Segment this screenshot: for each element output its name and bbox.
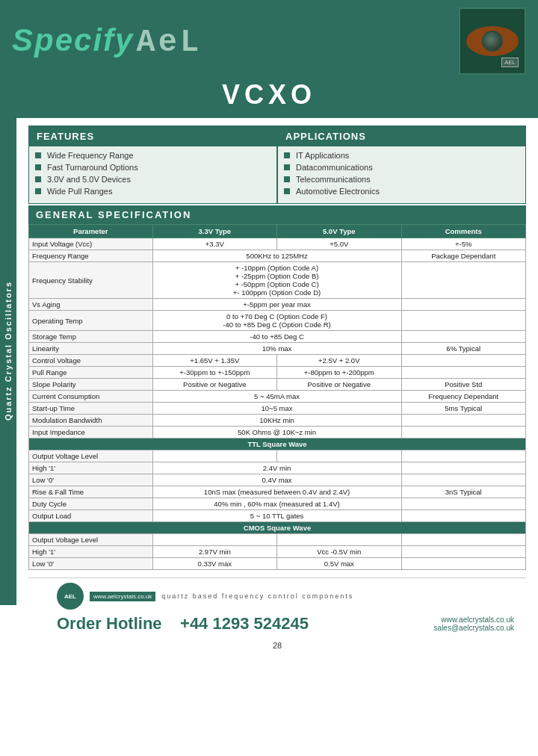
features-column: FEATURES Wide Frequency Range Fast Turna… xyxy=(29,126,276,203)
footer-logo: AEL xyxy=(57,583,84,610)
table-row: Linearity 10% max 6% Typical xyxy=(29,343,526,355)
title-bar: VCXO xyxy=(0,78,538,118)
param-cell: Rise & Fall Time xyxy=(29,486,153,498)
page-title: VCXO xyxy=(0,79,538,111)
param-cell: Slope Polarity xyxy=(29,379,153,391)
table-row: Output Load 5 ~ 10 TTL gates xyxy=(29,510,526,522)
val-merged: 50K Ohms @ 10K~z min xyxy=(152,427,401,439)
param-cell: Current Consumption xyxy=(29,391,153,403)
col-parameter: Parameter xyxy=(29,225,153,238)
ael-text: AeL xyxy=(136,25,202,61)
param-cell: Output Load xyxy=(29,510,153,522)
eye-logo: AEL xyxy=(459,7,526,75)
bullet-icon xyxy=(284,176,290,182)
bullet-icon xyxy=(35,164,41,170)
val-comment xyxy=(401,450,526,462)
param-cell: High '1' xyxy=(29,546,153,558)
bullet-icon xyxy=(35,152,41,158)
bullet-icon xyxy=(35,176,41,182)
list-item: Wide Pull Ranges xyxy=(35,187,270,196)
footer-logo-text: AEL xyxy=(64,593,76,600)
val-comment: 3nS Typical xyxy=(401,486,526,498)
param-cell: High '1' xyxy=(29,462,153,474)
param-cell: Start-up Time xyxy=(29,403,153,415)
val-33v xyxy=(152,450,276,462)
website-badge: www.aelcrystals.co.uk xyxy=(90,592,155,601)
val-comment: Package Dependant xyxy=(401,250,526,262)
footer-badge-area: www.aelcrystals.co.uk xyxy=(90,592,155,601)
ttl-section-row: TTL Square Wave xyxy=(29,439,526,450)
val-33v: 0.33V max xyxy=(152,558,276,570)
eye-pupil xyxy=(482,31,503,52)
bullet-icon xyxy=(284,152,290,158)
header: Specify AeL AEL xyxy=(0,0,538,78)
order-hotline-section: Order Hotline +44 1293 524245 xyxy=(57,614,309,633)
table-row: Control Voltage +1.65V + 1.35V +2.5V + 2… xyxy=(29,355,526,367)
applications-list: IT Applications Datacommunications Telec… xyxy=(278,146,525,203)
val-merged: 5 ~ 10 TTL gates xyxy=(152,510,401,522)
feature-text: Wide Frequency Range xyxy=(47,151,134,160)
list-item: Datacommunications xyxy=(284,163,519,172)
param-cell: Low '0' xyxy=(29,558,153,570)
table-row: Slope Polarity Positive or Negative Posi… xyxy=(29,379,526,391)
val-33v: Positive or Negative xyxy=(152,379,276,391)
table-row: Frequency Range 500KHz to 125MHz Package… xyxy=(29,250,526,262)
section-label: TTL Square Wave xyxy=(29,439,526,450)
app-text: Telecommunications xyxy=(296,175,371,184)
val-merged: 2.4V min xyxy=(152,462,401,474)
val-comment xyxy=(401,462,526,474)
val-comment xyxy=(401,262,526,299)
list-item: Telecommunications xyxy=(284,175,519,184)
val-merged: 500KHz to 125MHz xyxy=(152,250,401,262)
list-item: Wide Frequency Range xyxy=(35,151,270,160)
val-33v: +3.3V xyxy=(152,238,276,250)
val-comment xyxy=(401,427,526,439)
app-text: Automotive Electronics xyxy=(296,187,380,196)
main-content: FEATURES Wide Frequency Range Fast Turna… xyxy=(16,118,538,660)
param-cell: Output Voltage Level xyxy=(29,534,153,546)
val-comment xyxy=(401,415,526,427)
applications-column: APPLICATIONS IT Applications Datacommuni… xyxy=(278,126,525,203)
val-comment xyxy=(401,546,526,558)
val-comment xyxy=(401,558,526,570)
table-row: Output Voltage Level xyxy=(29,450,526,462)
param-cell: Input Voltage (Vcc) xyxy=(29,238,153,250)
val-comment: Frequency Dependant xyxy=(401,391,526,403)
table-row: Rise & Fall Time 10nS max (measured betw… xyxy=(29,486,526,498)
val-comment: +-5% xyxy=(401,238,526,250)
footer-right: www.aelcrystals.co.uk sales@aelcrystals.… xyxy=(434,616,514,632)
bullet-icon xyxy=(35,188,41,194)
val-50v: 0.5V max xyxy=(277,558,401,570)
app-text: Datacommunications xyxy=(296,163,373,172)
val-comment xyxy=(401,474,526,486)
val-comment xyxy=(401,510,526,522)
applications-header: APPLICATIONS xyxy=(278,126,525,146)
val-merged: +-5ppm per year max xyxy=(152,299,401,311)
param-cell: Vs Aging xyxy=(29,299,153,311)
list-item: Automotive Electronics xyxy=(284,187,519,196)
table-row: Duty Cycle 40% min , 60% max (measured a… xyxy=(29,498,526,510)
cmos-section-row: CMOS Square Wave xyxy=(29,522,526,534)
val-comment xyxy=(401,299,526,311)
val-50v: Positive or Negative xyxy=(277,379,401,391)
param-cell: Frequency Stability xyxy=(29,262,153,299)
val-merged: 40% min , 60% max (measured at 1.4V) xyxy=(152,498,401,510)
val-comment xyxy=(401,355,526,367)
list-item: 3.0V and 5.0V Devices xyxy=(35,175,270,184)
specify-text: Specify xyxy=(12,22,134,58)
val-merged: + -10ppm (Option Code A) + -25ppm (Optio… xyxy=(152,262,401,299)
email-link: sales@aelcrystals.co.uk xyxy=(434,624,514,632)
list-item: IT Applications xyxy=(284,151,519,160)
table-row: Vs Aging +-5ppm per year max xyxy=(29,299,526,311)
ael-badge: AEL xyxy=(501,58,519,67)
val-merged: 10% max xyxy=(152,343,401,355)
table-row: Input Impedance 50K Ohms @ 10K~z min xyxy=(29,427,526,439)
table-row: Modulation Bandwidth 10KHz min xyxy=(29,415,526,427)
app-text: IT Applications xyxy=(296,151,349,160)
list-item: Fast Turnaround Options xyxy=(35,163,270,172)
spec-header: GENERAL SPECIFICATION xyxy=(28,205,526,224)
footer: AEL www.aelcrystals.co.uk quartz based f… xyxy=(28,577,526,638)
val-33v: +1.65V + 1.35V xyxy=(152,355,276,367)
side-label-text: Quartz Crystal Oscillators xyxy=(4,281,13,421)
param-cell: Input Impedance xyxy=(29,427,153,439)
